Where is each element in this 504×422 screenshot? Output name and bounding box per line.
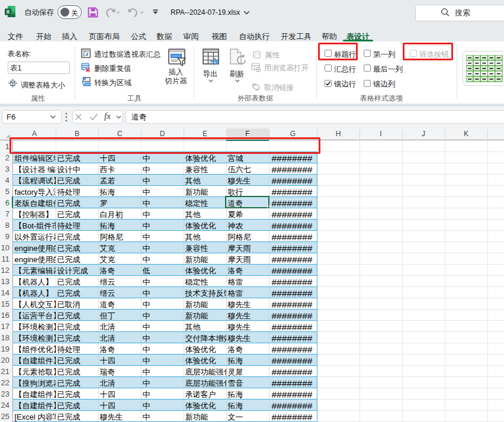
svg-text:X: X <box>6 8 10 15</box>
